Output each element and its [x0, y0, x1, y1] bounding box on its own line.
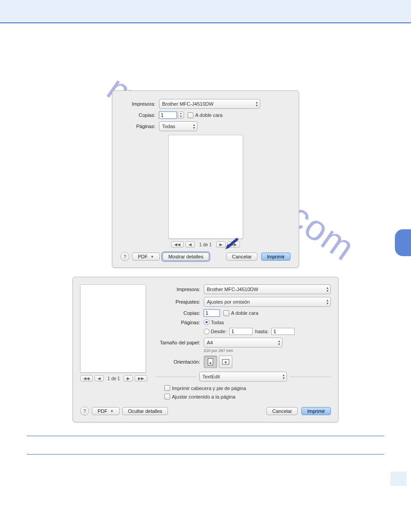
first-page-button[interactable]: ◀◀ — [80, 375, 93, 382]
show-details-button[interactable]: Mostrar detalles — [163, 253, 209, 261]
print-dialog-compact: Impresora: Brother MFC-J4510DW ▲▼ Copias… — [112, 90, 299, 268]
pages-label: Páginas: — [155, 320, 204, 325]
orientation-label: Orientación: — [155, 359, 204, 365]
pages-all-label: Todas — [211, 320, 224, 325]
header-band — [0, 0, 411, 23]
orientation-portrait-button[interactable] — [204, 356, 217, 368]
pages-value: Todas — [162, 124, 175, 129]
updown-icon: ▲▼ — [282, 373, 285, 380]
fit-content-checkbox[interactable] — [164, 394, 170, 399]
preview-pane: ◀◀ ◀ 1 de 1 ▶ ▶▶ — [80, 284, 147, 402]
section-divider — [27, 454, 384, 455]
page-content: manualshive.com Impresora: Brother MFC-J… — [0, 23, 411, 490]
preview-nav: ◀◀ ◀ 1 de 1 ▶ ▶▶ — [120, 241, 291, 248]
pages-label: Páginas: — [120, 124, 159, 129]
pages-all-radio[interactable] — [204, 319, 210, 325]
section-divider — [27, 436, 384, 436]
updown-icon: ▲▼ — [278, 339, 281, 346]
hide-details-button[interactable]: Ocultar detalles — [122, 407, 168, 415]
page-indicator: 1 de 1 — [107, 376, 120, 381]
twosided-label: A doble cara — [195, 112, 223, 118]
twosided-label: A doble cara — [231, 310, 258, 316]
landscape-icon — [222, 359, 229, 365]
preview-nav: ◀◀ ◀ 1 de 1 ▶ ▶▶ — [80, 375, 147, 382]
page-indicator: 1 de 1 — [199, 242, 212, 247]
presets-select[interactable]: Ajustes por omisión ▲▼ — [204, 297, 331, 307]
header-footer-label: Imprimir cabecera y pie de página — [172, 386, 246, 391]
paper-dimensions: 210 por 297 mm — [204, 348, 233, 353]
cancel-label: Cancelar — [232, 254, 252, 259]
printer-select[interactable]: Brother MFC-J4510DW ▲▼ — [204, 284, 331, 294]
twosided-checkbox[interactable] — [223, 310, 229, 316]
settings-pane: Impresora: Brother MFC-J4510DW ▲▼ Preaju… — [155, 284, 331, 402]
print-dialog-expanded: ◀◀ ◀ 1 de 1 ▶ ▶▶ Impresora: Brother MFC-… — [73, 277, 338, 422]
cancel-button[interactable]: Cancelar — [226, 253, 257, 261]
header-footer-checkbox[interactable] — [164, 385, 170, 391]
presets-label: Preajustes: — [155, 299, 204, 305]
pages-range-radio[interactable] — [204, 329, 210, 335]
pdf-label: PDF — [98, 408, 107, 414]
pdf-menu-button[interactable]: PDF ▼ — [132, 253, 160, 261]
print-label: Imprimir — [307, 408, 325, 414]
printer-value: Brother MFC-J4510DW — [162, 101, 214, 107]
papersize-value: A4 — [207, 340, 213, 345]
printer-label: Impresora: — [155, 287, 204, 292]
presets-value: Ajustes por omisión — [207, 299, 250, 305]
papersize-label: Tamaño del papel: — [155, 340, 204, 345]
prev-page-button[interactable]: ◀ — [185, 241, 195, 248]
help-button[interactable]: ? — [120, 252, 129, 261]
updown-icon: ▲▼ — [326, 299, 329, 305]
cancel-label: Cancelar — [272, 408, 292, 414]
last-page-button[interactable]: ▶▶ — [135, 375, 147, 382]
to-input[interactable] — [271, 328, 295, 335]
section-select[interactable]: TextEdit ▲▼ — [199, 372, 287, 382]
print-button[interactable]: Imprimir — [261, 253, 291, 261]
copies-input[interactable] — [159, 112, 177, 119]
triangle-down-icon: ▼ — [110, 409, 114, 413]
hide-details-label: Ocultar detalles — [128, 408, 162, 414]
copies-stepper[interactable]: ▲▼ — [178, 112, 184, 119]
updown-icon: ▲▼ — [193, 123, 196, 129]
print-button[interactable]: Imprimir — [301, 407, 331, 415]
next-page-button[interactable]: ▶ — [124, 375, 133, 382]
section-separator: TextEdit ▲▼ — [155, 372, 331, 382]
twosided-checkbox[interactable] — [188, 112, 193, 118]
prev-page-button[interactable]: ◀ — [94, 375, 104, 382]
dialog2-bottom-bar: ? PDF ▼ Ocultar detalles Cancelar Imprim… — [80, 407, 331, 416]
page-preview — [168, 135, 243, 239]
from-input[interactable] — [229, 328, 253, 335]
updown-icon: ▲▼ — [255, 101, 258, 107]
copies-label: Copias: — [155, 310, 204, 316]
printer-value: Brother MFC-J4510DW — [207, 287, 258, 292]
pdf-label: PDF — [138, 254, 148, 259]
fit-content-label: Ajustar contenido a la página — [172, 394, 235, 399]
pages-select[interactable]: Todas ▲▼ — [159, 121, 197, 131]
cancel-button[interactable]: Cancelar — [266, 407, 298, 415]
from-label: Desde: — [211, 329, 227, 334]
show-details-label: Mostrar detalles — [168, 254, 203, 259]
papersize-select[interactable]: A4 ▲▼ — [204, 338, 283, 348]
page-preview — [80, 284, 146, 373]
first-page-button[interactable]: ◀◀ — [171, 241, 184, 248]
orientation-landscape-button[interactable] — [219, 356, 232, 368]
page-number-box — [390, 472, 407, 486]
printer-label: Impresora: — [120, 101, 159, 107]
section-value: TextEdit — [202, 374, 220, 379]
triangle-down-icon: ▼ — [150, 255, 154, 259]
side-tab — [395, 229, 411, 256]
print-label: Imprimir — [267, 254, 285, 259]
pdf-menu-button[interactable]: PDF ▼ — [92, 407, 120, 415]
updown-icon: ▲▼ — [326, 286, 329, 292]
portrait-icon — [208, 358, 213, 365]
help-button[interactable]: ? — [80, 407, 89, 416]
printer-select[interactable]: Brother MFC-J4510DW ▲▼ — [159, 99, 260, 109]
copies-label: Copias: — [120, 112, 159, 118]
copies-input[interactable] — [204, 309, 220, 317]
to-label: hasta: — [255, 329, 269, 334]
arrow-callout-icon — [224, 238, 240, 250]
dialog1-bottom-bar: ? PDF ▼ Mostrar detalles Cancelar Imprim… — [120, 252, 291, 261]
